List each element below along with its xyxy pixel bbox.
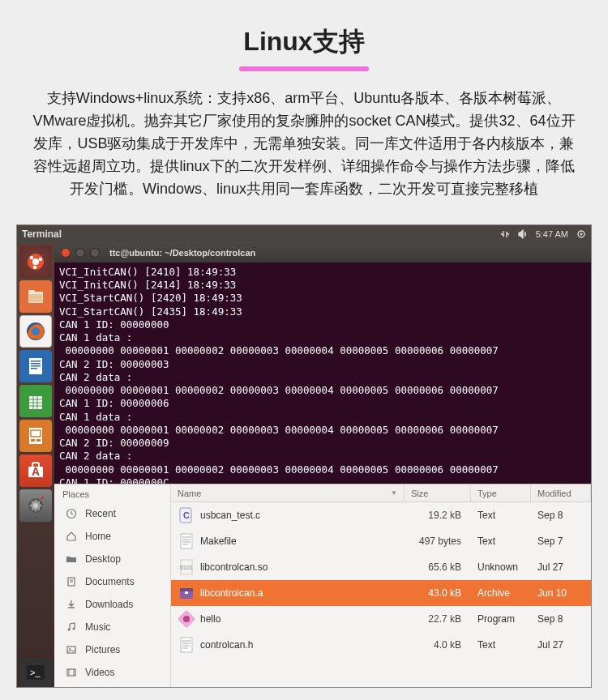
sidebar-item-label: Downloads (85, 599, 133, 610)
file-modified: Jul 27 (531, 639, 591, 651)
file-row[interactable]: 0101libcontrolcan.so65.6 kBUnknownJul 27 (171, 554, 591, 580)
sidebar-item-label: Documents (85, 576, 135, 587)
music-icon (62, 618, 80, 636)
svg-rect-16 (31, 368, 37, 369)
volume-icon[interactable] (518, 229, 528, 239)
sidebar-item-label: Recent (85, 508, 116, 519)
svg-rect-27 (36, 439, 41, 442)
sidebar-item-recent[interactable]: Recent (54, 502, 170, 525)
file-name: controlcan.h (200, 639, 253, 651)
file-row[interactable]: Cusbcan_test.c19.2 kBTextSep 8 (171, 502, 591, 528)
sidebar-item-pictures[interactable]: Pictures (54, 638, 170, 661)
svg-rect-26 (31, 439, 35, 442)
gear-icon[interactable] (576, 229, 586, 239)
file-row[interactable]: controlcan.h4.0 kBTextJul 27 (171, 632, 591, 658)
file-row[interactable]: Makefile497 bytesTextSep 7 (171, 528, 591, 554)
launcher-settings[interactable] (19, 489, 52, 522)
file-modified: Sep 7 (531, 536, 591, 547)
top-menubar: Terminal 5:47 AM (17, 225, 591, 243)
col-size[interactable]: Size (405, 484, 471, 502)
svg-rect-55 (180, 588, 193, 591)
terminal-title: ttc@ubuntu: ~/Desktop/controlcan (109, 248, 255, 258)
page-description: 支持Windows+linux系统：支持x86、arm平台、Ubuntu各版本、… (32, 88, 576, 200)
file-row[interactable]: hello22.7 kBProgramSep 8 (171, 606, 591, 632)
sidebar-item-home[interactable]: Home (54, 525, 170, 548)
file-modified: Sep 8 (531, 510, 591, 521)
svg-rect-13 (31, 361, 41, 362)
window-maximize-button[interactable] (90, 248, 100, 258)
file-size: 65.6 kB (405, 561, 471, 573)
ubuntu-screenshot: Terminal 5:47 AM A >_ (16, 224, 592, 688)
file-size: 4.0 kB (405, 639, 471, 651)
svg-rect-59 (181, 638, 192, 652)
file-name: usbcan_test.c (200, 510, 260, 521)
active-app-title: Terminal (22, 228, 62, 240)
terminal-titlebar[interactable]: ttc@ubuntu: ~/Desktop/controlcan (54, 243, 591, 262)
fm-sidebar: Places RecentHomeDesktopDocumentsDownloa… (54, 484, 171, 687)
terminal-output[interactable]: VCI_InitCAN() [2410] 18:49:33 VCI_InitCA… (54, 262, 591, 484)
svg-rect-14 (31, 363, 41, 365)
download-icon (62, 595, 80, 613)
clock-icon (62, 505, 80, 523)
fm-sidebar-heading: Places (54, 488, 170, 502)
file-modified: Jun 10 (531, 587, 591, 599)
file-size: 497 bytes (405, 536, 471, 547)
sidebar-item-desktop[interactable]: Desktop (54, 548, 170, 570)
svg-text:A: A (32, 465, 40, 478)
header-section: Linux支持 支持Windows+linux系统：支持x86、arm平台、Ub… (0, 0, 608, 224)
file-type: Text (471, 536, 531, 547)
home-icon (62, 527, 80, 545)
sidebar-item-label: Pictures (85, 644, 120, 655)
window-minimize-button[interactable] (75, 248, 85, 258)
network-icon[interactable] (500, 229, 510, 239)
file-type: Program (471, 613, 531, 625)
launcher-terminal[interactable]: >_ (19, 658, 52, 687)
svg-rect-9 (29, 294, 42, 302)
unity-launcher: A >_ (17, 243, 54, 687)
file-icon (178, 636, 195, 654)
file-icon (178, 532, 195, 550)
title-underline (239, 66, 369, 71)
svg-text:C: C (183, 510, 190, 520)
launcher-software-center[interactable]: A (19, 455, 52, 487)
svg-point-1 (580, 233, 583, 236)
file-size: 22.7 kB (405, 613, 471, 625)
svg-point-38 (68, 629, 71, 631)
file-row[interactable]: libcontrolcan.a43.0 kBArchiveJun 10 (171, 580, 591, 606)
clock-label[interactable]: 5:47 AM (536, 229, 568, 239)
launcher-files[interactable] (19, 280, 52, 313)
launcher-firefox[interactable] (19, 315, 52, 348)
window-close-button[interactable] (61, 248, 71, 258)
sidebar-item-label: Home (85, 531, 111, 542)
launcher-dash[interactable] (19, 245, 52, 278)
sidebar-item-videos[interactable]: Videos (54, 661, 170, 684)
sort-arrow-icon: ▼ (391, 489, 397, 497)
col-modified[interactable]: Modified (531, 484, 591, 502)
fm-file-list: Name▼ Size Type Modified Cusbcan_test.c1… (171, 484, 591, 687)
launcher-calc[interactable] (19, 385, 52, 417)
col-type[interactable]: Type (471, 484, 531, 502)
sidebar-item-downloads[interactable]: Downloads (54, 593, 170, 616)
svg-point-11 (32, 327, 40, 335)
file-modified: Jul 27 (531, 561, 591, 573)
launcher-writer[interactable] (19, 350, 52, 382)
file-icon (178, 610, 195, 628)
svg-point-5 (39, 258, 42, 261)
sidebar-item-documents[interactable]: Documents (54, 570, 170, 593)
launcher-impress[interactable] (19, 420, 52, 452)
sidebar-item-music[interactable]: Music (54, 616, 170, 638)
sidebar-item-label: Music (85, 621, 110, 633)
file-name: libcontrolcan.a (200, 587, 263, 599)
file-size: 19.2 kB (405, 510, 471, 521)
file-type: Unknown (471, 561, 531, 573)
file-icon: 0101 (178, 558, 195, 576)
fm-column-header[interactable]: Name▼ Size Type Modified (171, 484, 591, 502)
svg-point-4 (30, 256, 33, 259)
sidebar-item-label: Videos (85, 667, 114, 678)
svg-point-31 (33, 503, 38, 508)
svg-point-3 (32, 258, 39, 265)
svg-rect-15 (31, 365, 41, 367)
pic-icon (62, 641, 80, 659)
doc-icon (62, 573, 80, 591)
svg-text:0101: 0101 (180, 565, 193, 570)
